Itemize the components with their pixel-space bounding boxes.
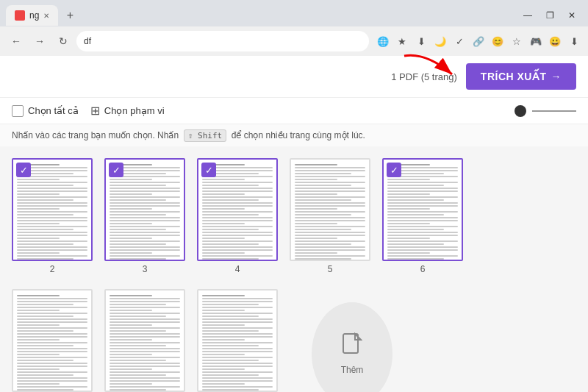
file-icon	[342, 332, 362, 360]
instruction-text: Nhấn vào các trang bạn muốn chọn. Nhấn ⇧…	[0, 124, 588, 146]
browser-controls: ← → ↻ df 🌐 ★ ⬇ 🌙 ✓ 🔗 😊 ☆ 🎮 😀 ⬇	[0, 26, 588, 56]
forward-button[interactable]: →	[29, 31, 50, 51]
install-icon[interactable]: ⬇	[566, 33, 582, 49]
shift-key: ⇧ Shift	[184, 129, 226, 142]
dark-mode-icon[interactable]: 🌙	[432, 33, 448, 49]
page-item-8[interactable]: 8	[12, 289, 93, 392]
minimize-button[interactable]: —	[517, 5, 538, 26]
page-item-3[interactable]: ✓	[104, 158, 185, 274]
page-thumb-5[interactable]	[290, 158, 370, 261]
red-arrow	[397, 49, 463, 89]
zoom-slider[interactable]	[514, 105, 576, 117]
slider-handle[interactable]	[514, 105, 526, 117]
page-thumb-3[interactable]: ✓	[104, 158, 185, 261]
page-thumb-10[interactable]	[197, 289, 278, 392]
tab-title: ng	[29, 10, 39, 21]
bookmark-icon[interactable]: ★	[394, 33, 410, 49]
app-content: 1 PDF (5 trang) TRÍCH XUẤT → Chọn tất cả…	[0, 56, 588, 392]
range-icon: ⊞	[90, 104, 100, 118]
pages-row-1: ✓	[12, 158, 576, 274]
page-check-6: ✓	[387, 163, 401, 177]
page-item-2[interactable]: ✓	[12, 158, 93, 274]
selection-bar: Chọn tất cả ⊞ Chọn phạm vi	[0, 98, 588, 124]
tab-favicon	[15, 10, 25, 21]
address-bar[interactable]: df	[76, 31, 369, 51]
add-more-button[interactable]: Thêm	[312, 302, 392, 392]
page-number-4: 4	[235, 264, 240, 274]
page-thumb-6[interactable]: ✓	[382, 158, 463, 261]
page-item-6[interactable]: ✓	[382, 158, 463, 274]
page-number-3: 3	[143, 264, 148, 274]
page-check-3: ✓	[109, 163, 123, 177]
translate-icon[interactable]: 🌐	[375, 33, 391, 49]
check-icon[interactable]: ✓	[451, 33, 467, 49]
link-icon[interactable]: 🔗	[470, 33, 487, 49]
select-all-label[interactable]: Chọn tất cả	[12, 105, 79, 117]
tab-close-button[interactable]: ✕	[43, 12, 49, 20]
page-item-9[interactable]: 9	[104, 289, 185, 392]
active-tab[interactable]: ng ✕	[6, 5, 58, 26]
puzzle-icon[interactable]: 🎮	[528, 33, 544, 49]
pages-row-2: 8	[12, 289, 576, 392]
download-icon[interactable]: ⬇	[413, 33, 429, 49]
emoji-icon[interactable]: 😊	[490, 33, 506, 49]
select-all-checkbox[interactable]	[12, 105, 24, 117]
star-icon[interactable]: ☆	[509, 33, 525, 49]
new-tab-button[interactable]: +	[61, 7, 79, 24]
page-item-5[interactable]: 5	[290, 158, 370, 274]
add-more-item[interactable]: Thêm	[312, 302, 392, 392]
page-thumb-2[interactable]: ✓	[12, 158, 93, 261]
maximize-button[interactable]: ❐	[539, 5, 560, 26]
select-range[interactable]: ⊞ Chọn phạm vi	[90, 104, 165, 118]
reload-button[interactable]: ↻	[53, 31, 74, 51]
face-icon[interactable]: 😀	[547, 33, 563, 49]
pages-area: ✓	[0, 146, 588, 392]
tab-bar: ng ✕ + — ❐ ✕	[0, 0, 588, 26]
close-button[interactable]: ✕	[562, 5, 582, 26]
page-number-6: 6	[420, 264, 426, 274]
add-more-text: Thêm	[341, 365, 364, 375]
extract-button[interactable]: TRÍCH XUẤT →	[466, 63, 576, 90]
page-number-2: 2	[50, 264, 55, 274]
toolbar-icons: 🌐 ★ ⬇ 🌙 ✓ 🔗 😊 ☆ 🎮 😀 ⬇	[375, 33, 582, 49]
page-item-10[interactable]: 10	[197, 289, 278, 392]
page-thumb-4[interactable]: ✓	[197, 158, 278, 261]
page-thumb-9[interactable]	[104, 289, 185, 392]
page-thumb-8[interactable]	[12, 289, 93, 392]
page-item-4[interactable]: ✓	[197, 158, 278, 274]
back-button[interactable]: ←	[6, 31, 26, 51]
page-check-2: ✓	[16, 163, 31, 177]
address-text: df	[84, 36, 91, 46]
window-controls: — ❐ ✕	[517, 5, 582, 26]
page-number-5: 5	[328, 264, 333, 274]
page-check-4: ✓	[201, 163, 216, 177]
slider-track	[532, 110, 576, 112]
top-bar: 1 PDF (5 trang) TRÍCH XUẤT →	[0, 56, 588, 98]
browser-chrome: ng ✕ + — ❐ ✕ ← → ↻ df 🌐 ★ ⬇ 🌙 ✓ 🔗 😊 ☆ 🎮 …	[0, 0, 588, 56]
